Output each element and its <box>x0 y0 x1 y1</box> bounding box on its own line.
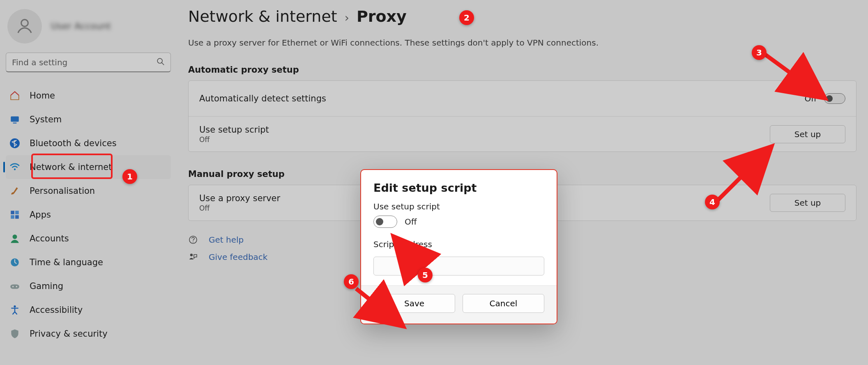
svg-rect-3 <box>11 116 19 122</box>
sidebar-item-apps[interactable]: Apps <box>6 203 171 227</box>
sidebar-item-label: Home <box>30 91 55 101</box>
row-auto-detect[interactable]: Automatically detect settings Off <box>189 81 856 116</box>
settings-app: User Account Home System Bluetooth & dev… <box>0 0 868 365</box>
dialog-addr-label: Script address <box>373 239 544 249</box>
gamepad-icon <box>9 280 21 292</box>
accounts-icon <box>9 233 21 244</box>
sidebar-item-system[interactable]: System <box>6 108 171 131</box>
svg-point-14 <box>12 286 14 287</box>
svg-rect-7 <box>11 211 14 214</box>
person-icon <box>15 16 35 36</box>
sidebar-item-label: Accessibility <box>30 305 83 315</box>
sidebar: User Account Home System Bluetooth & dev… <box>0 0 177 365</box>
sidebar-item-label: Network & internet <box>30 162 112 172</box>
sidebar-item-accounts[interactable]: Accounts <box>6 227 171 250</box>
setup-script-state: Off <box>199 135 269 144</box>
dialog-use-label: Use setup script <box>373 202 544 211</box>
nav-list: Home System Bluetooth & devices Network … <box>6 84 171 346</box>
setup-script-button[interactable]: Set up <box>770 125 845 143</box>
sidebar-item-label: Apps <box>30 210 51 220</box>
svg-rect-4 <box>13 123 17 124</box>
section-auto-title: Automatic proxy setup <box>188 65 856 75</box>
svg-point-1 <box>157 58 162 63</box>
apps-icon <box>9 209 21 220</box>
save-button[interactable]: Save <box>373 294 455 313</box>
brush-icon <box>9 185 21 197</box>
annotation-badge-2: 2 <box>459 10 474 25</box>
sidebar-item-personalisation[interactable]: Personalisation <box>6 179 171 203</box>
annotation-badge-3: 3 <box>752 45 767 60</box>
feedback-icon <box>188 252 198 262</box>
svg-point-19 <box>190 254 193 256</box>
sidebar-item-gaming[interactable]: Gaming <box>6 274 171 298</box>
home-icon <box>9 90 21 101</box>
breadcrumb: Network & internet › Proxy <box>188 7 856 25</box>
dialog-toggle-state: Off <box>405 217 417 227</box>
svg-point-18 <box>193 242 193 243</box>
svg-rect-9 <box>11 215 14 219</box>
get-help-label: Get help <box>209 235 244 245</box>
sidebar-item-label: Time & language <box>30 257 103 267</box>
sidebar-item-label: Accounts <box>30 234 69 243</box>
svg-rect-13 <box>10 285 19 289</box>
svg-point-16 <box>14 305 16 308</box>
svg-point-11 <box>13 234 17 239</box>
search-wrap <box>6 53 171 72</box>
annotation-badge-4: 4 <box>705 195 720 209</box>
profile-block[interactable]: User Account <box>6 6 171 53</box>
sidebar-item-bluetooth[interactable]: Bluetooth & devices <box>6 131 171 155</box>
search-icon <box>156 57 165 68</box>
svg-point-0 <box>21 20 28 27</box>
dialog-toggle[interactable] <box>373 216 397 228</box>
svg-line-2 <box>162 63 164 65</box>
bluetooth-icon <box>9 138 21 149</box>
sidebar-item-label: Privacy & security <box>30 329 108 339</box>
give-feedback-label: Give feedback <box>209 252 267 262</box>
system-icon <box>9 114 21 125</box>
use-proxy-label: Use a proxy server <box>199 193 280 203</box>
svg-rect-8 <box>15 211 19 214</box>
profile-name: User Account <box>51 21 111 32</box>
auto-detect-toggle[interactable] <box>824 93 845 104</box>
accessibility-icon <box>9 304 21 316</box>
sidebar-item-time[interactable]: Time & language <box>6 250 171 274</box>
script-address-input[interactable] <box>373 257 544 275</box>
annotation-badge-5: 5 <box>418 268 433 282</box>
sidebar-item-label: Personalisation <box>30 186 95 196</box>
sidebar-item-label: System <box>30 115 62 124</box>
breadcrumb-parent[interactable]: Network & internet <box>188 7 337 25</box>
row-setup-script[interactable]: Use setup script Off Set up <box>189 116 856 152</box>
clock-globe-icon <box>9 257 21 268</box>
sidebar-item-home[interactable]: Home <box>6 84 171 108</box>
help-icon <box>188 235 198 245</box>
annotation-badge-6: 6 <box>344 274 359 289</box>
shield-icon <box>9 328 21 340</box>
svg-point-15 <box>16 286 17 287</box>
sidebar-item-label: Bluetooth & devices <box>30 138 117 148</box>
svg-point-6 <box>14 168 16 170</box>
cancel-button[interactable]: Cancel <box>463 294 544 313</box>
sidebar-item-label: Gaming <box>30 281 63 291</box>
auto-detect-label: Automatically detect settings <box>199 94 326 103</box>
edit-setup-script-dialog: Edit setup script Use setup script Off S… <box>360 169 557 324</box>
sidebar-item-privacy[interactable]: Privacy & security <box>6 322 171 346</box>
dialog-title: Edit setup script <box>373 181 544 194</box>
setup-script-label: Use setup script <box>199 125 269 135</box>
page-title: Proxy <box>357 7 407 25</box>
avatar <box>7 9 42 44</box>
svg-rect-10 <box>15 215 19 219</box>
auto-proxy-card: Automatically detect settings Off Use se… <box>188 80 856 152</box>
sidebar-item-network[interactable]: Network & internet <box>6 155 171 179</box>
chevron-right-icon: › <box>345 11 349 25</box>
use-proxy-state: Off <box>199 204 280 212</box>
search-input[interactable] <box>6 53 171 72</box>
use-proxy-button[interactable]: Set up <box>770 194 845 212</box>
annotation-badge-1: 1 <box>122 169 137 184</box>
sidebar-item-accessibility[interactable]: Accessibility <box>6 298 171 322</box>
wifi-icon <box>9 161 21 173</box>
auto-detect-state: Off <box>804 94 817 103</box>
